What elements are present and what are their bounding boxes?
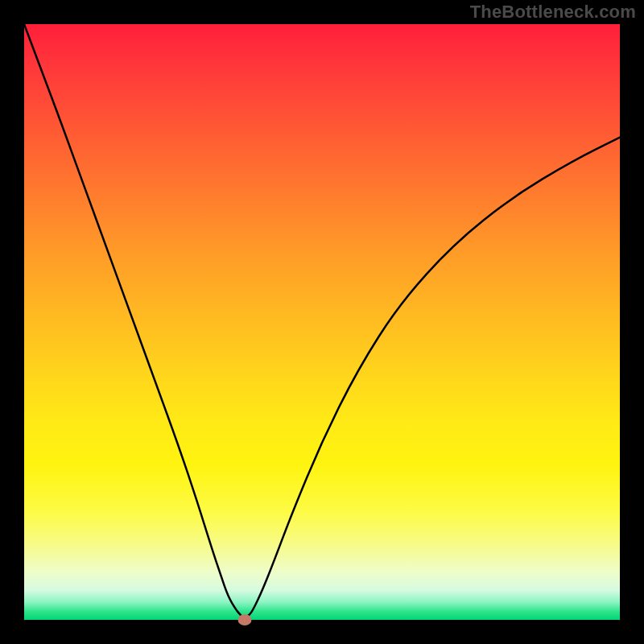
curve-svg <box>24 24 620 620</box>
watermark-text: TheBottleneck.com <box>470 2 636 23</box>
chart-frame: TheBottleneck.com <box>0 0 644 644</box>
minimum-marker-dot <box>237 614 251 625</box>
plot-area <box>24 24 620 620</box>
bottleneck-curve <box>24 24 620 617</box>
